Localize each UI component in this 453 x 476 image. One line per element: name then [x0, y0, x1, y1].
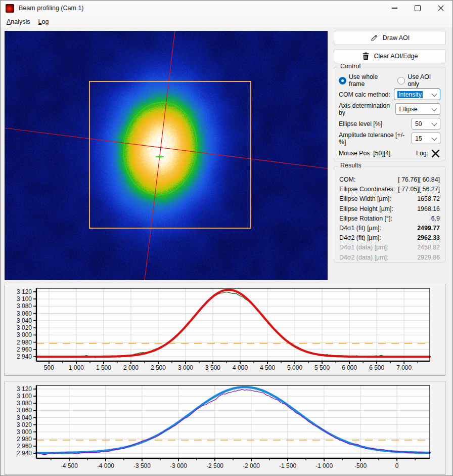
app-window: Beam profiling (Cam 1) Analysis Log Draw…: [0, 0, 453, 476]
result-row-ellipse-height: Ellipse Height [µm]:1968.16: [339, 204, 440, 214]
radio-unselected-icon: [397, 77, 405, 84]
svg-text:2 980: 2 980: [17, 339, 32, 346]
control-title: Control: [338, 63, 363, 70]
trash-icon: [362, 52, 370, 60]
window-title: Beam profiling (Cam 1): [19, 5, 84, 12]
results-groupbox: Results COM:[ 76.76][ 60.84] Ellipse Coo…: [334, 166, 445, 263]
maximize-icon: [415, 5, 421, 11]
beam-overlay: [5, 31, 328, 280]
svg-text:500: 500: [44, 364, 54, 371]
svg-text:0: 0: [395, 462, 399, 469]
crosshair-axis2-line: [5, 128, 328, 168]
svg-text:3 000: 3 000: [17, 331, 32, 338]
log-off-x-icon[interactable]: [431, 149, 440, 158]
result-row-d4sigma1-data: D4σ1 (data) [µm]:2458.82: [339, 243, 440, 252]
svg-text:3 000: 3 000: [17, 428, 32, 436]
amplitude-tolerance-label: Amplitude tolerance [+/-%]: [339, 132, 412, 146]
svg-text:-3 500: -3 500: [133, 462, 151, 469]
minimize-icon: [392, 8, 397, 8]
radio-use-aoi-only[interactable]: Use AOI only: [397, 73, 440, 88]
com-marker-icon: [156, 155, 164, 159]
svg-text:2 960: 2 960: [17, 443, 32, 450]
maximize-button[interactable]: [406, 1, 429, 16]
chevron-down-icon: [431, 105, 437, 111]
profile-chart-axis2-plot: 2 9402 9602 9803 0003 0203 0403 0603 080…: [5, 381, 445, 474]
svg-text:4 500: 4 500: [260, 364, 275, 371]
svg-text:3 040: 3 040: [17, 414, 32, 421]
title-bar: Beam profiling (Cam 1): [1, 1, 452, 16]
draw-aoi-label: Draw AOI: [383, 34, 410, 41]
result-row-ellipse-rotation: Ellipse Rotation [°]:6.9: [339, 214, 440, 224]
ellipse-outline: [118, 98, 202, 199]
svg-text:2 980: 2 980: [17, 436, 32, 443]
svg-text:1 500: 1 500: [96, 364, 111, 371]
app-icon: [6, 4, 14, 13]
svg-text:3 020: 3 020: [17, 324, 32, 331]
menu-analysis[interactable]: Analysis: [3, 17, 34, 26]
menu-bar: Analysis Log: [1, 16, 452, 27]
com-method-combobox[interactable]: Intensity: [394, 89, 440, 100]
svg-text:3 080: 3 080: [17, 302, 32, 310]
chevron-down-icon: [431, 91, 437, 96]
svg-text:3 020: 3 020: [17, 421, 32, 428]
result-row-com: COM:[ 76.76][ 60.84]: [339, 175, 440, 185]
svg-text:-500: -500: [354, 462, 367, 469]
svg-text:5 500: 5 500: [314, 364, 330, 371]
svg-text:3 060: 3 060: [17, 310, 32, 317]
radio-use-whole-frame[interactable]: Use whole frame: [339, 73, 391, 88]
radio-aoi-only-label: Use AOI only: [407, 73, 440, 88]
axis-determination-combobox[interactable]: Ellipse: [395, 103, 440, 115]
menu-log[interactable]: Log: [34, 17, 53, 26]
profile-chart-axis1-plot: 2 9402 9602 9803 0003 0203 0403 0603 080…: [5, 284, 445, 375]
profile-chart-axis1: 2 9402 9602 9803 0003 0203 0403 0603 080…: [5, 284, 445, 376]
clear-aoi-edge-button[interactable]: Clear AOI/Edge: [334, 49, 446, 63]
amplitude-tolerance-value: 15: [415, 135, 422, 142]
svg-text:3 080: 3 080: [17, 400, 32, 407]
pencil-icon: [370, 34, 378, 42]
svg-text:2 940: 2 940: [17, 450, 32, 457]
ellipse-level-label: Ellipse level [%]: [339, 120, 382, 127]
svg-text:5 000: 5 000: [287, 364, 302, 371]
svg-text:3 120: 3 120: [17, 288, 32, 295]
svg-text:3 040: 3 040: [17, 317, 32, 324]
svg-text:2 960: 2 960: [17, 346, 32, 353]
svg-text:-3 000: -3 000: [170, 462, 187, 469]
draw-aoi-button[interactable]: Draw AOI: [334, 31, 446, 45]
svg-text:-4 000: -4 000: [97, 462, 114, 469]
axis-determination-label: Axis determination by: [339, 102, 395, 116]
amplitude-tolerance-combobox[interactable]: 15: [412, 133, 440, 144]
radio-selected-icon: [339, 77, 346, 84]
svg-text:3 060: 3 060: [17, 407, 32, 414]
svg-text:-1 500: -1 500: [279, 462, 296, 469]
svg-text:6 500: 6 500: [369, 364, 384, 371]
ellipse-level-combobox[interactable]: 50: [412, 118, 440, 129]
svg-text:-1 000: -1 000: [315, 462, 333, 469]
result-row-d4sigma2-data: D4σ2 (data) [µm]:2929.86: [339, 253, 440, 263]
ellipse-level-value: 50: [415, 120, 422, 127]
svg-text:2 000: 2 000: [123, 364, 139, 371]
results-title: Results: [338, 162, 364, 169]
chevron-down-icon: [431, 135, 437, 140]
profile-chart-axis2: 2 9402 9602 9803 0003 0203 0403 0603 080…: [5, 381, 445, 475]
svg-text:3 500: 3 500: [205, 364, 220, 371]
result-row-d4sigma2-fit: D4σ2 (fit) [µm]:2962.33: [339, 233, 440, 243]
svg-text:1 000: 1 000: [69, 364, 84, 371]
svg-text:4 000: 4 000: [233, 364, 248, 371]
mouse-pos-readout: Mouse Pos: [50][4]: [339, 150, 391, 157]
minimize-button[interactable]: [383, 1, 406, 16]
svg-text:2 940: 2 940: [17, 353, 32, 360]
axis-determination-value: Ellipse: [399, 106, 417, 113]
svg-text:3 120: 3 120: [17, 385, 32, 393]
clear-aoi-edge-label: Clear AOI/Edge: [374, 53, 418, 60]
svg-text:-2 000: -2 000: [243, 462, 260, 469]
radio-whole-frame-label: Use whole frame: [349, 73, 391, 88]
svg-text:2 500: 2 500: [151, 364, 166, 371]
close-button[interactable]: [429, 1, 452, 16]
svg-text:6 000: 6 000: [342, 364, 357, 371]
svg-text:-2 500: -2 500: [206, 462, 223, 469]
com-method-value: Intensity: [397, 91, 423, 98]
svg-text:3 100: 3 100: [17, 295, 32, 302]
result-row-ellipse-width: Ellipse Width [µm]:1658.72: [339, 194, 440, 204]
result-row-ellipse-coordinates: Ellipse Coordinates:[ 77.05][ 56.27]: [339, 185, 440, 194]
log-label: Log:: [416, 150, 428, 157]
